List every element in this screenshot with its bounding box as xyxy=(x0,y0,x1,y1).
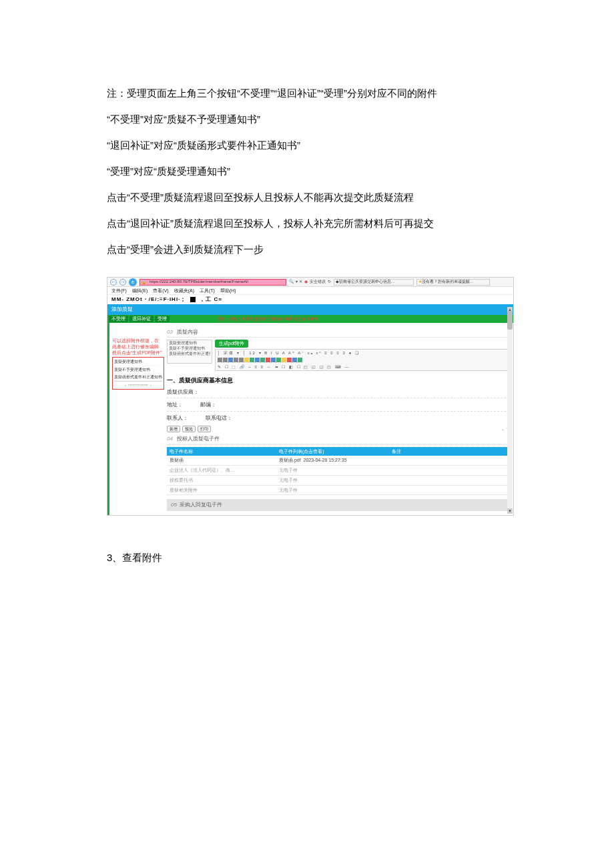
embedded-screenshot: ← → e 🔒 https://222.240.80.76/TPBidder/m… xyxy=(107,277,514,516)
print-button[interactable]: 打印 xyxy=(198,426,211,432)
document-body: 注：受理页面左上角三个按钮“不受理”“退回补证”“受理”分别对应不同的附件 “不… xyxy=(107,80,511,262)
back-icon[interactable]: ← xyxy=(110,279,117,286)
para: “不受理”对应“质疑不予受理通知书” xyxy=(107,106,511,132)
browser-menu-bar: 文件(F) 编辑(E) 查看(V) 收藏夹(A) 工具(T) 帮助(H) xyxy=(107,287,513,295)
para: 注：受理页面左上角三个按钮“不受理”“退回补证”“受理”分别对应不同的附件 xyxy=(107,80,511,106)
menu-view[interactable]: 查看(V) xyxy=(153,288,168,294)
menu-edit[interactable]: 编辑(E) xyxy=(132,288,147,294)
lock-icon: 🔒 xyxy=(141,280,146,285)
tab-title: 驻南省公共资源交易中心信息… xyxy=(339,279,395,284)
generate-pdf-button[interactable]: 生成pdf附件 xyxy=(215,340,248,348)
label: 质疑供应商： xyxy=(167,389,199,395)
scroll-down-icon[interactable]: ▼ xyxy=(507,508,513,514)
col-list: 电子件列表(点击查看) xyxy=(276,447,390,456)
scrollbar-track[interactable] xyxy=(507,307,513,514)
address-bar[interactable]: 🔒 https://222.240.80.76/TPBidder/memberf… xyxy=(139,279,286,286)
menu-file[interactable]: 文件(F) xyxy=(111,288,127,294)
table-row[interactable]: 质疑函 质疑函.pdf 2023-04-28 15:27:35 xyxy=(167,456,509,465)
browser-chrome: ← → e 🔒 https://222.240.80.76/TPBidder/m… xyxy=(107,278,513,287)
add-button[interactable]: 新增 xyxy=(167,426,180,432)
menu-tools[interactable]: 工具(T) xyxy=(200,288,215,294)
label: 联系电话： xyxy=(206,415,232,421)
cert-warning-icon: ◉ xyxy=(304,279,308,284)
template-item[interactable]: 质疑函形式要件补正通知 xyxy=(169,352,210,357)
label: 联系人： xyxy=(167,415,188,421)
action-bar: 不受理 退回补证 受理 说明：采购人不受理质疑补正说明或作出回复之前可单方… xyxy=(107,315,513,323)
template-item[interactable]: 质疑不予受理通知书 xyxy=(169,346,210,352)
action-note: 说明：采购人不受理质疑补正说明或作出回复之前可单方… xyxy=(218,316,322,322)
editor-sidebar: 质疑受理通知书 质疑不予受理通知书 质疑函形式要件补正通知 xyxy=(167,340,212,364)
callout-text: 可以选择附件模版，在 此基础上进行修改编辑 然后点击“生成PDF附件” xyxy=(112,338,166,356)
section-03-head: 03 质疑内容 xyxy=(167,328,509,338)
form-row-address: 地址： 邮编： xyxy=(167,400,509,411)
reject-button[interactable]: 不受理 xyxy=(109,316,128,322)
forward-icon[interactable]: → xyxy=(119,279,126,286)
browser-tab-1[interactable]: ◆ 驻南省公共资源交易中心信息… xyxy=(334,279,414,286)
para: “受理”对应“质疑受理通知书” xyxy=(107,158,511,184)
table-row[interactable]: 质疑相关附件 无电子件 xyxy=(167,485,509,495)
section-number: 04 xyxy=(167,435,173,442)
col-name: 电子件名称 xyxy=(167,447,276,456)
tab-title: 没有看？您有新的未读提醒… xyxy=(422,279,474,284)
template-select-box: 质疑受理通知书 质疑不予受理通知书 质疑函形式要件补正通知书 ‹ ▭▭▭▭▭ › xyxy=(112,357,164,390)
footer-heading: 3、查看附件 xyxy=(107,548,511,568)
table-row[interactable]: 企业法人（法人代码证）、商… 无电子件 xyxy=(167,466,509,476)
form-row-supplier: 质疑供应商： xyxy=(167,388,509,398)
para: 点击“退回补证”质疑流程退回至投标人，投标人补充完所需材料后可再提交 xyxy=(107,210,511,236)
editor-wrap: 质疑受理通知书 质疑不予受理通知书 质疑函形式要件补正通知 生成pdf附件 │ … xyxy=(167,340,509,371)
file-time: 2023-04-28 15:27:35 xyxy=(304,458,347,462)
label: 地址： xyxy=(167,402,183,408)
sub-heading: 一、质疑供应商基本信息 xyxy=(167,376,509,385)
toolbar-row[interactable]: │ 宋体 ▾ │ 12 ▾ B I U A A⁺ A⁻ x₂ x² ≡ ≡ ≡ … xyxy=(216,350,509,356)
accept-button[interactable]: 受理 xyxy=(155,316,170,322)
content-area: 可以选择附件模版，在 此基础上进行修改编辑 然后点击“生成PDF附件” 质疑受理… xyxy=(107,323,513,515)
scroll-handle[interactable]: ‹ ▭▭▭▭▭ › xyxy=(114,381,162,388)
editor-main: 生成pdf附件 │ 宋体 ▾ │ 12 ▾ B I U A A⁺ A⁻ x₂ x… xyxy=(215,340,509,371)
table-header-row: 电子件名称 电子件列表(点击查看) 备注 xyxy=(167,447,509,456)
template-option[interactable]: 质疑函形式要件补正通知书 xyxy=(114,374,162,381)
return-supplement-button[interactable]: 退回补证 xyxy=(129,316,154,322)
mini-button-row: 新增 预览 打印 ⌄ ⌃ xyxy=(167,426,509,432)
section-title: 投标人质疑电子件 xyxy=(177,435,220,442)
label: 邮编： xyxy=(200,402,216,408)
section-title: 质疑内容 xyxy=(177,328,198,336)
section-05-head: 05 采购人回复电子件 xyxy=(167,499,509,510)
section-number: 05 xyxy=(171,502,177,508)
menu-fav[interactable]: 收藏夹(A) xyxy=(174,288,194,294)
form-row-contact: 联系人： 联系电话： xyxy=(167,414,509,424)
page-title: 添加质疑 xyxy=(111,306,133,313)
ie-logo-icon: e xyxy=(129,278,137,286)
preview-button[interactable]: 预览 xyxy=(182,426,196,432)
search-area: 🔍 ▾ ✕ ◉ 安全错误 ↻ xyxy=(289,279,331,284)
brand-text: MM- ZMOt・/E/:≡F·IHI·； xyxy=(111,296,186,303)
col-remark: 备注 xyxy=(389,447,509,456)
page-title-bar: 添加质疑 xyxy=(107,304,513,315)
url-text: https://222.240.80.76/TPBidder/memberfra… xyxy=(149,279,248,284)
brand-square-icon xyxy=(190,297,196,302)
para: “退回补证”对应“质疑函形式要件补正通知书” xyxy=(107,132,511,158)
attachments-table: 电子件名称 电子件列表(点击查看) 备注 质疑函 质疑函.pdf 2023-04… xyxy=(167,447,509,496)
right-column: 03 质疑内容 质疑受理通知书 质疑不予受理通知书 质疑函形式要件补正通知 生成… xyxy=(167,323,513,515)
file-link[interactable]: 质疑函.pdf xyxy=(279,458,301,462)
template-item[interactable]: 质疑受理通知书 xyxy=(169,341,210,346)
template-option[interactable]: 质疑受理通知书 xyxy=(114,358,162,366)
section-04-head: 04 投标人质疑电子件 xyxy=(167,435,509,444)
para: 点击“不受理”质疑流程退回至投标人且投标人不能再次提交此质疑流程 xyxy=(107,184,511,210)
scrollbar-thumb[interactable] xyxy=(507,311,513,330)
search-icon: 🔍 xyxy=(289,279,294,284)
browser-tab-2[interactable]: ★ 没有看？您有新的未读提醒… xyxy=(416,279,490,286)
section-title: 采购人回复电子件 xyxy=(180,502,222,508)
site-brand-row: MM- ZMOt・/E/:≡F·IHI·； ，工 C= xyxy=(107,295,513,304)
menu-help[interactable]: 帮助(H) xyxy=(220,288,236,294)
brand-tail: ，工 C= xyxy=(200,296,222,303)
toolbar-row[interactable]: ✎ ☐ ⬚ 🔗 ─ ≡ ≡ ↔ ⬌ ☐ ◧ ☐ ◰ ◱ ◲ ◳ ⌨ — xyxy=(216,364,509,370)
left-column: 可以选择附件模版，在 此基础上进行修改编辑 然后点击“生成PDF附件” 质疑受理… xyxy=(109,323,167,515)
section-number: 03 xyxy=(167,328,173,336)
toolbar-row[interactable] xyxy=(216,356,509,363)
richtext-toolbar: │ 宋体 ▾ │ 12 ▾ B I U A A⁺ A⁻ x₂ x² ≡ ≡ ≡ … xyxy=(215,349,509,371)
cert-warning-text: 安全错误 xyxy=(310,279,326,284)
template-option[interactable]: 质疑不予受理通知书 xyxy=(114,366,162,374)
table-row[interactable]: 授权委托书 无电子件 xyxy=(167,475,509,485)
para: 点击“受理”会进入到质疑流程下一步 xyxy=(107,236,511,262)
